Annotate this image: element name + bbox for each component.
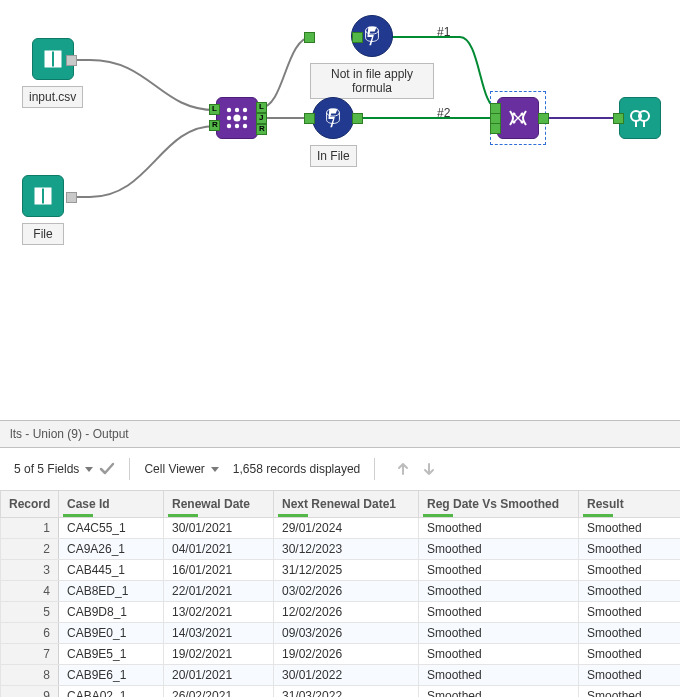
- formula-icon: [312, 97, 354, 139]
- output-anchor-r[interactable]: [256, 124, 267, 135]
- cell-renewal-date: 13/02/2021: [164, 602, 274, 623]
- cell-reg-vs-smoothed: Smoothed: [419, 665, 579, 686]
- input-anchor-l[interactable]: [209, 104, 220, 115]
- cell-reg-vs-smoothed: Smoothed: [419, 644, 579, 665]
- results-toolbar: 5 of 5 Fields Cell Viewer 1,658 records …: [0, 448, 680, 491]
- cell-next-renewal: 31/03/2022: [274, 686, 419, 698]
- cell-result: Smoothed: [579, 581, 681, 602]
- results-title: lts - Union (9) - Output: [10, 427, 129, 441]
- results-header: lts - Union (9) - Output: [0, 420, 680, 448]
- input-anchor[interactable]: [613, 113, 624, 124]
- cell-viewer-label: Cell Viewer: [144, 462, 204, 476]
- cell-record: 5: [1, 602, 59, 623]
- cell-result: Smoothed: [579, 686, 681, 698]
- table-row[interactable]: 1CA4C55_130/01/202129/01/2024SmoothedSmo…: [1, 518, 681, 539]
- cell-next-renewal: 31/12/2025: [274, 560, 419, 581]
- cell-case-id: CAB8ED_1: [59, 581, 164, 602]
- node-union[interactable]: [497, 97, 539, 139]
- chevron-down-icon: [211, 467, 219, 472]
- cell-record: 1: [1, 518, 59, 539]
- node-browse[interactable]: [619, 97, 661, 139]
- fields-dropdown[interactable]: 5 of 5 Fields: [14, 461, 115, 477]
- cell-record: 9: [1, 686, 59, 698]
- cell-renewal-date: 26/02/2021: [164, 686, 274, 698]
- output-anchor[interactable]: [538, 113, 549, 124]
- grid-header-row: Record Case Id Renewal Date Next Renewal…: [1, 491, 681, 518]
- cell-record: 2: [1, 539, 59, 560]
- cell-next-renewal: 30/01/2022: [274, 665, 419, 686]
- svg-point-10: [243, 124, 247, 128]
- table-row[interactable]: 4CAB8ED_122/01/202103/02/2026SmoothedSmo…: [1, 581, 681, 602]
- input-anchor[interactable]: [304, 113, 315, 124]
- separator: [374, 458, 375, 480]
- cell-case-id: CAB9E0_1: [59, 623, 164, 644]
- cell-case-id: CAB445_1: [59, 560, 164, 581]
- cell-reg-vs-smoothed: Smoothed: [419, 623, 579, 644]
- output-anchor-l[interactable]: [256, 102, 267, 113]
- node-input-csv[interactable]: input.csv: [22, 38, 83, 108]
- separator: [129, 458, 130, 480]
- table-row[interactable]: 7CAB9E5_119/02/202119/02/2026SmoothedSmo…: [1, 644, 681, 665]
- cell-result: Smoothed: [579, 665, 681, 686]
- svg-point-3: [235, 108, 239, 112]
- cell-case-id: CAB9E5_1: [59, 644, 164, 665]
- col-result[interactable]: Result: [579, 491, 681, 518]
- output-anchor[interactable]: [66, 192, 77, 203]
- cell-renewal-date: 14/03/2021: [164, 623, 274, 644]
- node-file[interactable]: File: [22, 175, 64, 245]
- table-row[interactable]: 3CAB445_116/01/202131/12/2025SmoothedSmo…: [1, 560, 681, 581]
- cell-renewal-date: 20/01/2021: [164, 665, 274, 686]
- table-row[interactable]: 9CABA02_126/02/202131/03/2022SmoothedSmo…: [1, 686, 681, 698]
- conn-label-1: #1: [437, 25, 450, 39]
- cell-result: Smoothed: [579, 560, 681, 581]
- cell-reg-vs-smoothed: Smoothed: [419, 602, 579, 623]
- node-join[interactable]: [216, 97, 258, 139]
- cell-result: Smoothed: [579, 623, 681, 644]
- table-row[interactable]: 6CAB9E0_114/03/202109/03/2026SmoothedSmo…: [1, 623, 681, 644]
- output-anchor[interactable]: [66, 55, 77, 66]
- check-icon: [99, 461, 115, 477]
- output-anchor[interactable]: [352, 113, 363, 124]
- input-icon: [22, 175, 64, 217]
- input-anchor[interactable]: [490, 123, 501, 134]
- cell-case-id: CA9A26_1: [59, 539, 164, 560]
- chevron-down-icon: [85, 467, 93, 472]
- col-case-id[interactable]: Case Id: [59, 491, 164, 518]
- output-anchor[interactable]: [352, 32, 363, 43]
- svg-point-8: [227, 124, 231, 128]
- node-formula-top[interactable]: Not in file apply formula: [310, 15, 434, 99]
- col-next-renewal[interactable]: Next Renewal Date1: [274, 491, 419, 518]
- svg-point-2: [227, 108, 231, 112]
- col-record[interactable]: Record: [1, 491, 59, 518]
- cell-record: 6: [1, 623, 59, 644]
- arrow-up-button[interactable]: [395, 461, 411, 477]
- conn-label-2: #2: [437, 106, 450, 120]
- cell-record: 8: [1, 665, 59, 686]
- arrow-down-button[interactable]: [421, 461, 437, 477]
- cell-next-renewal: 09/03/2026: [274, 623, 419, 644]
- table-row[interactable]: 8CAB9E6_120/01/202130/01/2022SmoothedSmo…: [1, 665, 681, 686]
- svg-point-5: [227, 116, 231, 120]
- node-label: In File: [310, 145, 357, 167]
- col-reg-vs-smoothed[interactable]: Reg Date Vs Smoothed: [419, 491, 579, 518]
- node-formula-bottom[interactable]: In File: [310, 97, 357, 167]
- results-grid[interactable]: Record Case Id Renewal Date Next Renewal…: [0, 491, 680, 697]
- svg-point-13: [513, 113, 516, 116]
- input-anchor[interactable]: [304, 32, 315, 43]
- svg-point-4: [243, 108, 247, 112]
- svg-point-9: [235, 124, 239, 128]
- table-row[interactable]: 5CAB9D8_113/02/202112/02/2026SmoothedSmo…: [1, 602, 681, 623]
- workflow-canvas[interactable]: input.csv File L R L J R Not in file app…: [0, 0, 680, 420]
- node-label: File: [22, 223, 64, 245]
- cell-result: Smoothed: [579, 644, 681, 665]
- cell-case-id: CAB9D8_1: [59, 602, 164, 623]
- output-anchor-j[interactable]: [256, 113, 267, 124]
- col-renewal-date[interactable]: Renewal Date: [164, 491, 274, 518]
- table-row[interactable]: 2CA9A26_104/01/202130/12/2023SmoothedSmo…: [1, 539, 681, 560]
- cell-renewal-date: 16/01/2021: [164, 560, 274, 581]
- cell-reg-vs-smoothed: Smoothed: [419, 560, 579, 581]
- cell-reg-vs-smoothed: Smoothed: [419, 581, 579, 602]
- cell-viewer-dropdown[interactable]: Cell Viewer: [144, 462, 218, 476]
- input-anchor-r[interactable]: [209, 120, 220, 131]
- cell-next-renewal: 19/02/2026: [274, 644, 419, 665]
